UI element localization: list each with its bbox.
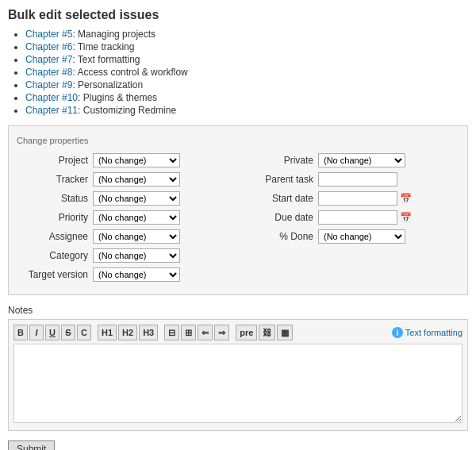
chapter-link[interactable]: Chapter #5 (25, 29, 72, 40)
indent-button[interactable]: ⇒ (214, 325, 229, 340)
select-assignee[interactable]: (No change) (93, 229, 180, 244)
strikethrough-button[interactable]: S (61, 325, 75, 340)
properties-left-col: Project(No change)Tracker(No change)Stat… (17, 153, 226, 282)
field-label: Project (17, 155, 88, 166)
underline-button[interactable]: U (45, 325, 60, 340)
field-row-right-private: Private(No change) (250, 153, 459, 167)
notes-textarea[interactable] (13, 344, 463, 423)
notes-title: Notes (8, 305, 468, 316)
text-formatting-link[interactable]: iText formatting (392, 327, 463, 338)
field-row-category: Category(No change) (17, 248, 226, 263)
h3-button[interactable]: H3 (139, 325, 158, 340)
field-row-right-parent-task: Parent task (250, 172, 459, 187)
select-priority[interactable]: (No change) (93, 210, 180, 225)
select-status[interactable]: (No change) (93, 191, 180, 206)
pre-button[interactable]: pre (236, 325, 257, 340)
submit-button[interactable]: Submit (8, 440, 55, 450)
ordered-list-button[interactable]: ⊞ (181, 325, 196, 340)
field-label-right: Parent task (250, 174, 313, 185)
select-project[interactable]: (No change) (93, 153, 180, 167)
properties-right-col: Private(No change)Parent taskStart date📅… (250, 153, 459, 282)
date-input-due-date[interactable] (318, 210, 397, 225)
select-right--done[interactable]: (No change) (318, 229, 405, 244)
date-input-wrap: 📅 (318, 191, 412, 206)
chapter-list: Chapter #5: Managing projectsChapter #6:… (8, 29, 468, 116)
calendar-icon[interactable]: 📅 (399, 211, 412, 224)
chapter-link[interactable]: Chapter #8 (25, 67, 72, 78)
field-label: Category (17, 250, 88, 261)
field-row-status: Status(No change) (17, 191, 226, 206)
select-target-version[interactable]: (No change) (93, 267, 180, 282)
italic-button[interactable]: I (29, 325, 44, 340)
select-tracker[interactable]: (No change) (93, 172, 180, 187)
field-label: Assignee (17, 231, 88, 242)
field-row-right--done: % Done(No change) (250, 229, 459, 244)
field-row-target-version: Target version(No change) (17, 267, 226, 282)
image-button[interactable]: ▦ (277, 325, 293, 340)
field-row-priority: Priority(No change) (17, 210, 226, 225)
field-label-right: Due date (250, 212, 313, 223)
notes-section: Notes BIUSCH1H2H3⊟⊞⇐⇒pre⛓▦iText formatti… (8, 305, 468, 431)
field-label-right: Private (250, 155, 313, 166)
notes-box: BIUSCH1H2H3⊟⊞⇐⇒pre⛓▦iText formatting (8, 319, 468, 431)
unordered-list-button[interactable]: ⊟ (164, 325, 179, 340)
field-row-right-start-date: Start date📅 (250, 191, 459, 206)
chapter-link[interactable]: Chapter #10 (25, 92, 78, 103)
chapter-link[interactable]: Chapter #11 (25, 105, 78, 116)
chapter-link[interactable]: Chapter #7 (25, 54, 72, 65)
field-row-assignee: Assignee(No change) (17, 229, 226, 244)
properties-grid: Project(No change)Tracker(No change)Stat… (17, 153, 459, 282)
chapter-link[interactable]: Chapter #6 (25, 41, 72, 52)
field-label: Target version (17, 269, 88, 280)
text-formatting-label: Text formatting (405, 328, 463, 337)
properties-title: Change properties (17, 136, 459, 145)
date-input-wrap: 📅 (318, 210, 412, 225)
select-right-private[interactable]: (No change) (318, 153, 405, 167)
chapter-link[interactable]: Chapter #9 (25, 79, 72, 90)
chapter-item: Chapter #5: Managing projects (25, 29, 468, 40)
field-label: Priority (17, 212, 88, 223)
link-button[interactable]: ⛓ (259, 325, 275, 340)
chapter-item: Chapter #6: Time tracking (25, 41, 468, 52)
notes-toolbar: BIUSCH1H2H3⊟⊞⇐⇒pre⛓▦iText formatting (13, 325, 463, 340)
chapter-item: Chapter #7: Text formatting (25, 54, 468, 65)
field-label: Status (17, 193, 88, 204)
input-parent-task[interactable] (318, 172, 397, 187)
field-label-right: % Done (250, 231, 313, 242)
h1-button[interactable]: H1 (98, 325, 117, 340)
field-label: Tracker (17, 174, 88, 185)
chapter-item: Chapter #11: Customizing Redmine (25, 105, 468, 116)
chapter-item: Chapter #8: Access control & workflow (25, 67, 468, 78)
info-icon: i (392, 327, 403, 338)
field-row-project: Project(No change) (17, 153, 226, 167)
bold-button[interactable]: B (13, 325, 28, 340)
date-input-start-date[interactable] (318, 191, 397, 206)
properties-section: Change properties Project(No change)Trac… (8, 125, 468, 295)
outdent-button[interactable]: ⇐ (198, 325, 213, 340)
chapter-item: Chapter #10: Plugins & themes (25, 92, 468, 103)
code-button[interactable]: C (77, 325, 91, 340)
select-category[interactable]: (No change) (93, 248, 180, 263)
field-row-tracker: Tracker(No change) (17, 172, 226, 187)
h2-button[interactable]: H2 (118, 325, 137, 340)
field-row-right-due-date: Due date📅 (250, 210, 459, 225)
chapter-item: Chapter #9: Personalization (25, 79, 468, 90)
calendar-icon[interactable]: 📅 (399, 192, 412, 205)
field-label-right: Start date (250, 193, 313, 204)
page-title: Bulk edit selected issues (8, 8, 468, 22)
